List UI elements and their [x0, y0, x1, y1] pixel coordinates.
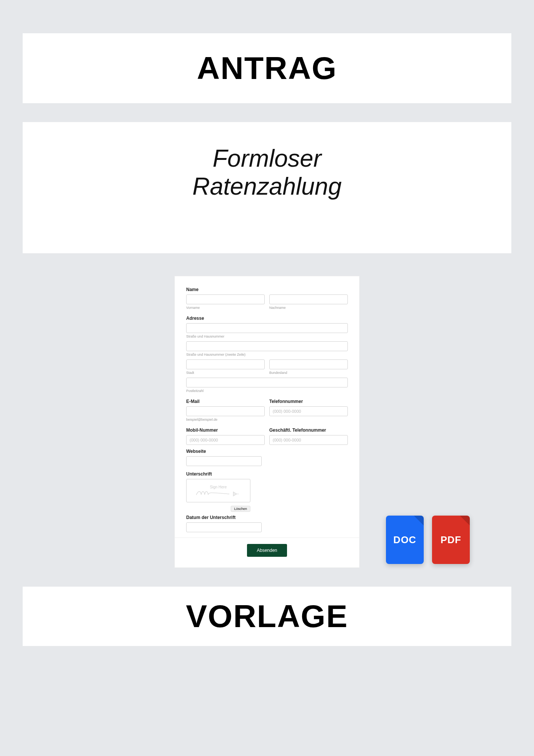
divider [175, 538, 359, 538]
page-title: ANTRAG [30, 50, 504, 87]
content-row: Name Vorname Nachname Adresse Straße und… [23, 276, 511, 568]
form-card: Name Vorname Nachname Adresse Straße und… [174, 276, 360, 568]
subtitle-text: Formloser Ratenzahlung [38, 145, 496, 200]
header-banner: ANTRAG [23, 33, 511, 103]
zip-hint: Postleitzahl [186, 389, 348, 393]
mobile-label: Mobil-Nummer [186, 428, 265, 433]
sigdate-label: Datum der Unterschrift [186, 515, 348, 520]
email-hint: beispiel@beispiel.de [186, 418, 265, 421]
street-input[interactable] [186, 323, 348, 333]
last-name-hint: Nachname [269, 306, 348, 310]
file-icons-group: DOC PDF [386, 516, 470, 564]
state-hint: Bundesland [269, 371, 348, 375]
workphone-input[interactable] [269, 435, 348, 445]
email-input[interactable] [186, 406, 265, 416]
signature-pad[interactable]: Sign Here [186, 479, 250, 502]
website-label: Webseite [186, 449, 348, 454]
page-fold-icon [414, 516, 424, 525]
city-input[interactable] [186, 359, 265, 369]
city-hint: Stadt [186, 371, 265, 375]
state-input[interactable] [269, 359, 348, 369]
doc-file-icon[interactable]: DOC [386, 516, 424, 564]
workphone-label: Geschäftl. Telefonnummer [269, 428, 348, 433]
subtitle-banner: Formloser Ratenzahlung [23, 122, 511, 253]
street2-hint: Straße und Hausnummer (zweite Zeile) [186, 353, 348, 356]
signature-label: Unterschrift [186, 471, 348, 477]
first-name-input[interactable] [186, 294, 265, 304]
pdf-file-icon[interactable]: PDF [432, 516, 470, 564]
phone-input[interactable] [269, 406, 348, 416]
phone-label: Telefonnummer [269, 399, 348, 404]
clear-signature-button[interactable]: Löschen [231, 506, 250, 512]
name-label: Name [186, 287, 348, 292]
footer-banner: VORLAGE [23, 587, 511, 646]
page-fold-icon [460, 516, 470, 525]
street-hint: Straße und Hausnummer [186, 335, 348, 338]
street2-input[interactable] [186, 341, 348, 351]
submit-button[interactable]: Absenden [247, 544, 287, 557]
subtitle-line-2: Ratenzahlung [193, 173, 342, 200]
email-label: E-Mail [186, 399, 265, 404]
address-label: Adresse [186, 316, 348, 321]
footer-title: VORLAGE [30, 598, 504, 635]
mobile-input[interactable] [186, 435, 265, 445]
website-input[interactable] [186, 456, 262, 466]
zip-input[interactable] [186, 378, 348, 387]
doc-label: DOC [394, 534, 417, 546]
subtitle-line-1: Formloser [213, 145, 321, 172]
sigdate-input[interactable] [186, 522, 262, 532]
first-name-hint: Vorname [186, 306, 265, 310]
pdf-label: PDF [441, 534, 461, 546]
last-name-input[interactable] [269, 294, 348, 304]
signature-scribble-icon [196, 489, 241, 497]
